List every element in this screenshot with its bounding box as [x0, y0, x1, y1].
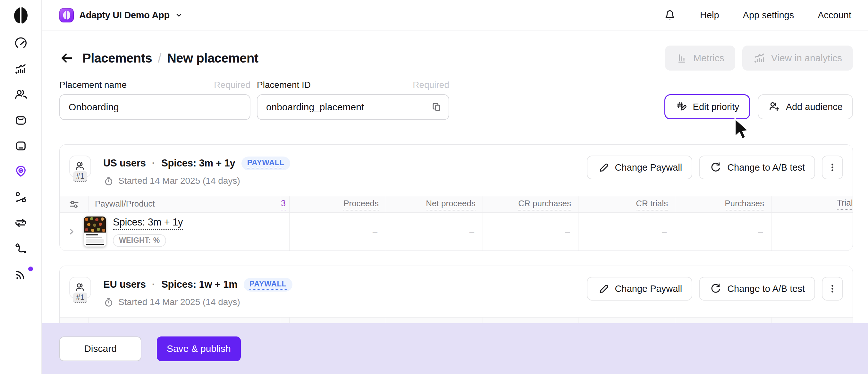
sidebar-item-placements[interactable] [0, 159, 41, 184]
placement-name-input[interactable] [59, 94, 250, 120]
paywall-row-main-cell: Spices: 3m + 1y WEIGHT: % [60, 213, 280, 250]
started-text: Started 14 Mar 2025 (14 days) [118, 297, 240, 307]
placement-form: Placement name Required Placement ID Req… [59, 80, 853, 120]
add-audience-button[interactable]: Add audience [758, 94, 853, 119]
edit-priority-button[interactable]: Edit priority [664, 94, 750, 119]
sidebar-item-feed[interactable] [0, 261, 41, 287]
col-header-cr-purchases: CR purchases [483, 196, 579, 212]
paywall-thumbnail[interactable] [84, 217, 106, 247]
audience-people-icon [14, 88, 28, 101]
sliders-icon[interactable] [68, 198, 81, 211]
cell-purchases: – [675, 213, 772, 250]
discard-button[interactable]: Discard [59, 337, 142, 361]
paywall-link[interactable]: Spices: 3m + 1y [113, 217, 183, 230]
breadcrumb-separator: / [158, 51, 161, 65]
paywall-frame-icon [14, 139, 28, 153]
placement-name-field: Placement name Required [59, 80, 250, 120]
app-logo-glyph-icon [63, 10, 71, 20]
paywall-name: Spices: 3m + 1y [161, 157, 235, 169]
sidebar-item-ab-tests[interactable] [0, 184, 41, 210]
adapty-logo[interactable] [0, 0, 41, 30]
bell-icon [663, 9, 676, 22]
change-paywall-label: Change Paywall [615, 162, 682, 173]
journey-path-icon [14, 242, 28, 255]
audience-card-actions: Change Paywall Change to A/B test [587, 277, 843, 301]
view-analytics-label: View in analytics [771, 53, 842, 63]
arrow-left-icon [59, 51, 74, 65]
sidebar-item-campaigns[interactable] [0, 210, 41, 236]
sidebar-item-overview[interactable] [0, 30, 41, 56]
metrics-table-header: Paywall/Product 3 Proceeds Net proceeds … [60, 196, 852, 213]
more-options-button[interactable] [822, 277, 843, 301]
sidebar-item-profiles[interactable] [0, 82, 41, 107]
metrics-button[interactable]: Metrics [665, 45, 735, 70]
ab-test-percent-icon [14, 190, 28, 204]
top-right-nav: Help App settings Account [663, 9, 851, 22]
top-bar: Adapty UI Demo App Help App settings Acc… [42, 0, 868, 30]
analytics-chart-icon [14, 62, 28, 76]
cycle-arrows-icon [709, 282, 722, 295]
footer-bar: Discard Save & publish [42, 323, 868, 374]
change-to-ab-test-label: Change to A/B test [727, 284, 805, 294]
stopwatch-icon [103, 297, 114, 308]
priority-hash-pencil-icon [675, 100, 688, 113]
paywall-type-badge[interactable]: PAYWALL [244, 278, 292, 291]
app-switcher[interactable]: Adapty UI Demo App [59, 8, 183, 23]
sidebar-item-journeys[interactable] [0, 236, 41, 261]
audience-card-actions: Change Paywall Change to A/B test [587, 156, 843, 179]
copy-placement-id-button[interactable] [431, 101, 443, 114]
app-icon [59, 8, 74, 23]
kebab-menu-icon [826, 161, 839, 174]
line-chart-icon [753, 52, 766, 64]
app-name: Adapty UI Demo App [79, 10, 169, 21]
placement-id-required: Required [413, 80, 449, 90]
started-text: Started 14 Mar 2025 (14 days) [118, 176, 240, 186]
placements-pin-icon [14, 165, 28, 178]
sidebar-item-products[interactable] [0, 107, 41, 133]
cycle-arrows-icon [709, 161, 722, 174]
view-analytics-button[interactable]: View in analytics [742, 45, 853, 70]
sidebar-item-paywalls[interactable] [0, 133, 41, 159]
copy-icon [431, 101, 443, 114]
row-expander[interactable] [67, 227, 76, 236]
col-header-purchases: Purchases [675, 196, 772, 212]
priority-rank-badge[interactable]: #1 [73, 171, 87, 182]
change-paywall-button[interactable]: Change Paywall [587, 277, 692, 301]
pencil-icon [597, 161, 610, 174]
cell-cr-purchases: – [483, 213, 579, 250]
paywall-type-badge[interactable]: PAYWALL [242, 157, 290, 170]
notification-dot [28, 267, 33, 271]
head-actions: Metrics View in analytics [665, 45, 853, 70]
change-to-ab-test-button[interactable]: Change to A/B test [699, 277, 815, 301]
change-to-ab-test-button[interactable]: Change to A/B test [699, 156, 815, 179]
pencil-icon [597, 282, 610, 295]
started-line: Started 14 Mar 2025 (14 days) [103, 176, 290, 186]
app-settings-link[interactable]: App settings [743, 10, 794, 21]
page-head: Placements / New placement Metrics View … [59, 44, 853, 72]
audience-head-text: US users · Spices: 3m + 1y PAYWALL Start… [103, 156, 290, 186]
priority-rank-badge[interactable]: #1 [73, 292, 87, 303]
campaigns-loop-icon [14, 216, 28, 230]
col-header-proceeds: Proceeds [289, 196, 386, 212]
sidebar [0, 0, 42, 374]
account-link[interactable]: Account [818, 10, 851, 21]
paywall-thumbnail-image [84, 217, 106, 232]
placement-id-input[interactable] [257, 94, 449, 120]
audience-card-us: #1 US users · Spices: 3m + 1y PAYWALL St… [59, 144, 853, 251]
sidebar-item-analytics[interactable] [0, 56, 41, 82]
priority-actions: Edit priority Add audience [664, 94, 853, 120]
more-options-button[interactable] [822, 156, 843, 179]
col-header-scrolled-partial: 3 [280, 196, 289, 212]
breadcrumb-placements[interactable]: Placements [83, 51, 152, 65]
audience-name: US users [103, 157, 146, 169]
audience-head-text: EU users · Spices: 1w + 1m PAYWALL Start… [103, 277, 292, 308]
save-publish-button[interactable]: Save & publish [157, 337, 241, 361]
help-link[interactable]: Help [700, 10, 719, 21]
placement-name-required: Required [214, 80, 250, 90]
change-paywall-button[interactable]: Change Paywall [587, 156, 692, 179]
back-button[interactable] [59, 51, 74, 65]
add-audience-icon [768, 100, 781, 113]
stopwatch-icon [103, 176, 114, 186]
notifications-button[interactable] [663, 9, 676, 22]
weight-badge: WEIGHT: % [113, 234, 166, 247]
